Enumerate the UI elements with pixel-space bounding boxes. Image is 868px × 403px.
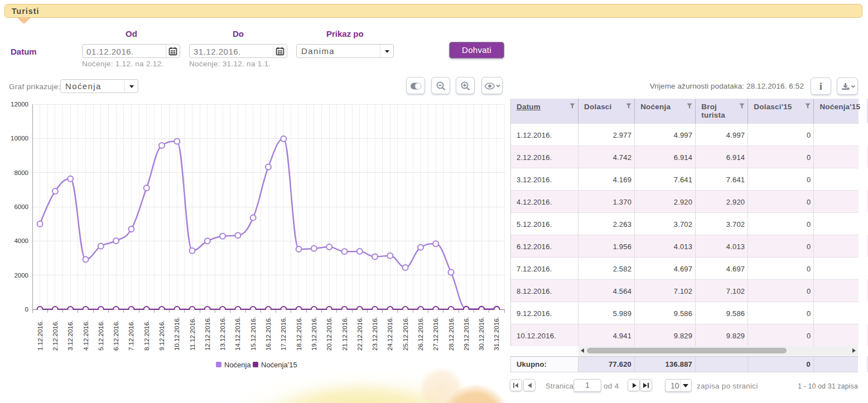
svg-text:10.12.2016.: 10.12.2016.	[173, 317, 180, 351]
svg-text:8000: 8000	[14, 169, 28, 176]
svg-text:14.12.2016.: 14.12.2016.	[234, 317, 241, 351]
svg-text:12000: 12000	[11, 101, 28, 108]
svg-text:7.12.2016.: 7.12.2016.	[128, 321, 134, 351]
svg-text:Noćenja: Noćenja	[224, 361, 251, 369]
svg-text:6.12.2016.: 6.12.2016.	[113, 321, 119, 351]
svg-text:0: 0	[25, 306, 28, 313]
svg-text:3.12.2016.: 3.12.2016.	[67, 321, 74, 351]
svg-text:16.12.2016.: 16.12.2016.	[265, 317, 272, 351]
svg-text:25.12.2016.: 25.12.2016.	[402, 317, 409, 351]
svg-text:17.12.2016.: 17.12.2016.	[280, 317, 287, 351]
svg-text:31.12.2016.: 31.12.2016.	[493, 317, 500, 351]
svg-text:23.12.2016.: 23.12.2016.	[372, 317, 378, 351]
svg-text:Noćenja'15: Noćenja'15	[261, 361, 297, 369]
svg-text:2000: 2000	[14, 272, 28, 279]
svg-text:8.12.2016.: 8.12.2016.	[143, 321, 150, 351]
svg-text:11.12.2016.: 11.12.2016.	[189, 317, 196, 351]
svg-text:21.12.2016.: 21.12.2016.	[341, 317, 348, 351]
svg-text:29.12.2016.: 29.12.2016.	[463, 317, 470, 351]
svg-text:9.12.2016.: 9.12.2016.	[158, 321, 165, 351]
svg-text:10000: 10000	[11, 135, 28, 142]
svg-text:19.12.2016.: 19.12.2016.	[311, 317, 317, 351]
svg-text:13.12.2016.: 13.12.2016.	[219, 317, 226, 351]
svg-text:2.12.2016.: 2.12.2016.	[52, 321, 59, 351]
svg-text:22.12.2016.: 22.12.2016.	[356, 317, 363, 351]
svg-text:27.12.2016.: 27.12.2016.	[432, 317, 439, 351]
svg-text:5.12.2016.: 5.12.2016.	[98, 321, 104, 351]
svg-text:12.12.2016.: 12.12.2016.	[204, 317, 211, 351]
svg-text:18.12.2016.: 18.12.2016.	[296, 317, 302, 351]
svg-text:24.12.2016.: 24.12.2016.	[387, 317, 393, 351]
svg-text:28.12.2016.: 28.12.2016.	[448, 317, 455, 351]
svg-text:1.12.2016.: 1.12.2016.	[37, 321, 44, 351]
svg-text:20.12.2016.: 20.12.2016.	[326, 317, 332, 351]
svg-text:15.12.2016.: 15.12.2016.	[250, 317, 257, 351]
svg-text:4.12.2016.: 4.12.2016.	[83, 321, 89, 351]
svg-text:26.12.2016.: 26.12.2016.	[417, 317, 424, 351]
svg-text:4000: 4000	[14, 237, 28, 244]
svg-text:30.12.2016.: 30.12.2016.	[478, 317, 485, 351]
svg-text:6000: 6000	[14, 203, 28, 210]
